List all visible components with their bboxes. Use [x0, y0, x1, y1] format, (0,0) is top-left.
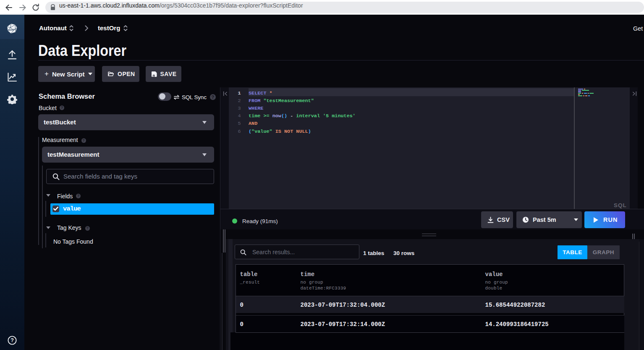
svg-text:?: ?	[10, 337, 14, 343]
